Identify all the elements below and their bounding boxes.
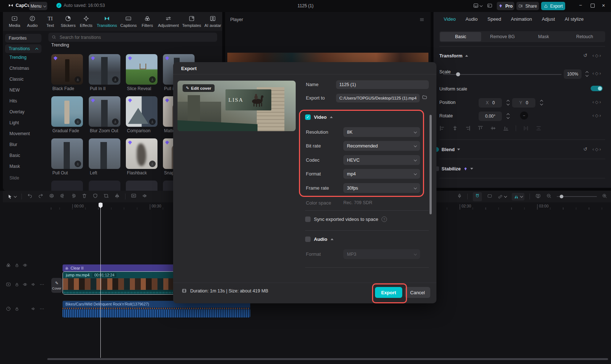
crop-button[interactable] bbox=[103, 193, 109, 200]
transition-tile[interactable] bbox=[89, 181, 120, 191]
subtab-remove-bg[interactable]: Remove BG bbox=[482, 34, 523, 39]
sidebar-item-classic[interactable]: Classic bbox=[9, 77, 24, 82]
transition-tile[interactable] bbox=[89, 138, 120, 169]
timeline-hscrollbar[interactable] bbox=[47, 358, 608, 360]
sidebar-item-mask[interactable]: Mask bbox=[9, 164, 20, 169]
select-tool-button[interactable] bbox=[7, 194, 16, 199]
scale-slider-handle[interactable] bbox=[456, 72, 460, 76]
blend-header[interactable]: Blend bbox=[434, 147, 460, 152]
playhead-line[interactable] bbox=[100, 202, 101, 358]
slider-handle[interactable] bbox=[560, 195, 563, 198]
auto-select-button[interactable] bbox=[487, 193, 492, 200]
mask-button[interactable] bbox=[92, 193, 98, 200]
transition-tile[interactable] bbox=[126, 96, 157, 127]
transition-tile[interactable] bbox=[126, 138, 157, 169]
rotate-value-field[interactable]: 0.00° bbox=[479, 112, 502, 121]
blend-reset-button[interactable]: ↺ bbox=[583, 146, 587, 152]
browse-folder-button[interactable] bbox=[422, 94, 428, 101]
delete-button[interactable] bbox=[81, 193, 87, 200]
sidebar-item-trending[interactable]: Trending bbox=[9, 55, 27, 60]
transform-reset-button[interactable]: ↺ bbox=[583, 53, 587, 58]
audio-track-more-button[interactable]: ⋯ bbox=[39, 306, 45, 312]
undo-button[interactable] bbox=[27, 193, 33, 200]
name-input[interactable] bbox=[336, 80, 429, 89]
tab-text[interactable]: TIText bbox=[43, 15, 57, 28]
subtab-basic[interactable]: Basic bbox=[440, 32, 481, 41]
cancel-button[interactable]: Cancel bbox=[405, 287, 430, 298]
video-track-more-button[interactable]: ⋯ bbox=[39, 282, 45, 287]
audio-fade-button[interactable] bbox=[142, 193, 148, 200]
effect-track-lock-button[interactable] bbox=[14, 262, 20, 268]
sidebar-item-christmas[interactable]: Christmas bbox=[9, 66, 29, 71]
transition-tile[interactable] bbox=[51, 181, 83, 191]
player-menu-button[interactable] bbox=[419, 17, 425, 24]
sidebar-item-movement[interactable]: Movement bbox=[9, 131, 30, 136]
record-voiceover-button[interactable] bbox=[457, 193, 462, 200]
tab-adjustment[interactable]: Adjustment bbox=[158, 15, 179, 28]
sidebar-item-overlay[interactable]: Overlay bbox=[9, 109, 24, 114]
audio-checkbox[interactable] bbox=[305, 236, 311, 242]
transition-tile[interactable] bbox=[89, 96, 120, 127]
menu-button[interactable]: Menu bbox=[29, 2, 47, 10]
uniform-scale-toggle[interactable] bbox=[591, 86, 603, 91]
split-left-button[interactable] bbox=[60, 193, 65, 200]
resolution-select[interactable]: 8K bbox=[343, 127, 420, 137]
bitrate-select[interactable]: Recommended bbox=[343, 141, 420, 151]
tab-stickers[interactable]: Stickers bbox=[61, 15, 76, 28]
position-y-stepper[interactable] bbox=[540, 99, 543, 105]
render-preview-button[interactable] bbox=[535, 193, 541, 200]
tab-ai-avatar[interactable]: AI avatar bbox=[204, 15, 221, 28]
sidebar-item-basic[interactable]: Basic bbox=[9, 153, 20, 158]
scale-value[interactable]: 100% bbox=[564, 69, 582, 79]
tab-media[interactable]: Media bbox=[7, 15, 22, 28]
transition-tile[interactable] bbox=[51, 96, 83, 127]
scale-slider-track[interactable] bbox=[443, 74, 562, 75]
redo-button[interactable] bbox=[38, 193, 44, 200]
distribute-v-icon[interactable] bbox=[536, 125, 542, 131]
align-bottom-icon[interactable] bbox=[503, 125, 509, 131]
position-y-field[interactable]: Y0 bbox=[512, 98, 535, 108]
video-track-lock-button[interactable] bbox=[14, 282, 20, 287]
tab-templates[interactable]: Templates bbox=[182, 15, 201, 28]
video-section-header[interactable]: ✓ Video bbox=[305, 114, 333, 120]
scale-stepper[interactable] bbox=[586, 70, 588, 76]
audio-track-lock-button[interactable] bbox=[14, 306, 20, 312]
layout-toggle-button[interactable] bbox=[473, 3, 482, 8]
framerate-select[interactable]: 30fps bbox=[343, 183, 420, 193]
sync-to-space-row[interactable]: Sync exported videos to space ? bbox=[305, 217, 387, 222]
search-input[interactable] bbox=[59, 35, 214, 40]
rotate-dial[interactable]: − bbox=[520, 112, 528, 120]
link-clips-button[interactable] bbox=[498, 194, 507, 199]
mirror-button[interactable] bbox=[114, 193, 120, 200]
tab-audio-inspector[interactable]: Audio bbox=[466, 16, 478, 22]
sidebar-item-favorites[interactable]: Favorites bbox=[5, 34, 41, 43]
audio-section-header[interactable]: Audio bbox=[305, 236, 334, 242]
cover-button[interactable]: ✎ Cover bbox=[51, 278, 62, 293]
sidebar-item-transitions[interactable]: Transitions bbox=[5, 44, 41, 53]
sync-checkbox[interactable] bbox=[305, 217, 311, 222]
blend-keyframe-controls[interactable]: ‹◇› bbox=[592, 147, 602, 152]
export-top-button[interactable]: Export bbox=[541, 2, 565, 10]
tab-ai-stylize[interactable]: AI stylize bbox=[565, 16, 584, 22]
transition-tile[interactable] bbox=[51, 138, 83, 169]
timeline-zoom-slider[interactable] bbox=[557, 196, 597, 197]
pro-button[interactable]: Pro bbox=[497, 2, 514, 10]
zoom-in-button[interactable] bbox=[602, 193, 607, 200]
tab-filters[interactable]: Filters bbox=[140, 15, 155, 28]
zoom-out-button[interactable] bbox=[546, 193, 552, 200]
tab-audio[interactable]: Audio bbox=[25, 15, 40, 28]
audio-track-mute-button[interactable] bbox=[31, 306, 36, 312]
stabilize-header[interactable]: Stabilize bbox=[434, 166, 473, 171]
compact-layout-button[interactable] bbox=[487, 3, 493, 10]
align-top-icon[interactable] bbox=[478, 125, 483, 131]
split-view-button[interactable] bbox=[512, 193, 524, 201]
rotate-stepper[interactable] bbox=[507, 113, 509, 118]
maximize-button[interactable] bbox=[591, 4, 595, 8]
rotate-keyframe-controls[interactable]: ‹◇› bbox=[592, 113, 602, 118]
transition-tile[interactable] bbox=[126, 54, 157, 85]
help-icon[interactable]: ? bbox=[382, 217, 387, 222]
codec-select[interactable]: HEVC bbox=[343, 155, 420, 165]
position-x-stepper[interactable] bbox=[507, 99, 509, 105]
split-button[interactable] bbox=[49, 193, 55, 200]
split-right-button[interactable] bbox=[71, 193, 76, 200]
